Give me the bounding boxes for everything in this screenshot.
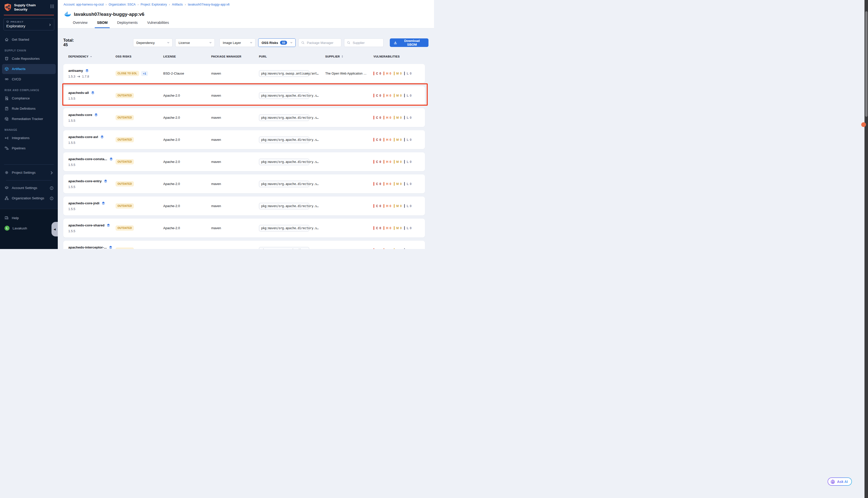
supplier-search[interactable] <box>344 38 384 47</box>
severity-bar <box>374 94 374 97</box>
severity-letter: L <box>406 94 409 97</box>
supplier-input[interactable] <box>352 41 381 45</box>
breadcrumb-separator: › <box>185 3 186 6</box>
breadcrumb-link[interactable]: Account: app-harness-ng-cicd <box>64 3 103 6</box>
severity-h: H0 <box>384 204 391 208</box>
breadcrumb-link[interactable]: Organization: SSCA <box>108 3 135 6</box>
table-row-apacheds-core-shared[interactable]: apacheds-core-shared1.5.5OUTDATEDApache-… <box>63 219 425 237</box>
table-row-apacheds-core-consta[interactable]: apacheds-core-consta...1.5.5OUTDATEDApac… <box>63 152 425 171</box>
download-icon <box>393 41 397 45</box>
severity-c: C0 <box>374 138 381 142</box>
severity-bar <box>384 248 384 249</box>
oss-risks-cell: OUTDATED <box>116 203 163 209</box>
dependency-version: 1.5.5 <box>68 119 116 122</box>
table-row-apacheds-core-avl[interactable]: apacheds-core-avl1.5.5OUTDATEDApache-2.0… <box>63 130 425 149</box>
sidebar-item-rule-definitions[interactable]: Rule Definitions <box>2 104 56 114</box>
sidebar-item-ci-cd[interactable]: CI/CD <box>2 74 56 84</box>
sidebar-item-code-repositories[interactable]: Code Repositories <box>2 54 56 64</box>
cube-icon <box>6 20 9 23</box>
severity-letter: C <box>376 72 378 75</box>
sidebar-item-artifacts[interactable]: Artifacts <box>2 64 56 74</box>
filter-license[interactable]: License <box>175 38 215 47</box>
severity-l: L0 <box>404 116 411 119</box>
supplier-cell: The Open Web Application … <box>325 72 374 75</box>
severity-letter: M <box>396 160 399 163</box>
oss-risks-cell: OUTDATED <box>116 248 163 249</box>
severity-bar <box>394 204 394 208</box>
purl-pill[interactable]: pkg:maven/org.apache.directory.s… <box>259 247 309 249</box>
download-sbom-button[interactable]: Download SBOM <box>390 38 428 47</box>
table-row-apacheds-interceptor[interactable]: apacheds-interceptor-...1.5.5OUTDATEDApa… <box>63 241 425 249</box>
severity-m: M0 <box>394 94 402 97</box>
tab-sbom[interactable]: SBOM <box>96 21 108 28</box>
purl-pill[interactable]: pkg:maven/org.apache.directory.s… <box>259 136 309 143</box>
purl-pill[interactable]: pkg:maven/org.apache.directory.s… <box>259 225 309 232</box>
severity-count: 0 <box>400 204 402 208</box>
user-menu[interactable]: L Lavakush <box>2 223 56 233</box>
filter-dependency[interactable]: Dependency <box>133 38 172 47</box>
version-current: 1.5.5 <box>68 141 75 145</box>
filter-label: Dependency <box>137 41 155 45</box>
column-header-license[interactable]: LICENSE <box>163 55 211 58</box>
breadcrumb-link[interactable]: Project: Exploratory <box>141 3 167 6</box>
package-manager-input[interactable] <box>307 41 339 45</box>
purl-pill[interactable]: pkg:maven/org.apache.directory.s… <box>259 159 309 165</box>
column-header-package-manager[interactable]: PACKAGE MANAGER <box>211 55 259 58</box>
column-header-vulnerabilities[interactable]: VULNERABILITIES <box>374 55 425 58</box>
project-label-row: PROJECT <box>6 20 51 23</box>
purl-pill[interactable]: pkg:maven/org.apache.directory.s… <box>259 92 309 99</box>
sidebar-item-compliance[interactable]: Compliance <box>2 93 56 103</box>
table-row-apacheds-all[interactable]: apacheds-all1.5.5OUTDATEDApache-2.0maven… <box>63 86 425 105</box>
severity-letter: H <box>386 116 388 119</box>
column-header-supplier[interactable]: SUPPLIER <box>325 55 374 58</box>
purl-pill[interactable]: pkg:maven/org.apache.directory.s… <box>259 181 309 187</box>
oss-risks-cell: OUTDATED <box>116 137 163 142</box>
sidebar-item-account-settings[interactable]: Account Settings <box>2 183 56 193</box>
dependency-name-row: apacheds-all <box>68 91 116 95</box>
dependency-name: antisamy <box>68 69 83 73</box>
project-selector[interactable]: PROJECT Exploratory <box>3 18 54 30</box>
table-row-apacheds-core-jndi[interactable]: apacheds-core-jndi1.5.5OUTDATEDApache-2.… <box>63 197 425 215</box>
filter-oss-risks[interactable]: OSS Risks03 <box>258 38 295 47</box>
purl-cell: pkg:maven/org.apache.directory.s… <box>259 247 325 249</box>
sidebar-collapse-handle[interactable]: ◀ <box>51 222 58 236</box>
column-header-purl[interactable]: PURL <box>259 55 325 58</box>
sidebar-item-project-settings[interactable]: Project Settings <box>2 168 56 178</box>
sidebar-settings: Project SettingsAccount SettingsOrganiza… <box>0 168 58 203</box>
table-row-antisamy[interactable]: antisamy1.5.31.7.8CLOSE TO EOL+1BSD-2-Cl… <box>63 64 425 83</box>
sidebar-item-integrations[interactable]: Integrations <box>2 133 56 143</box>
severity-bar <box>374 182 374 186</box>
breadcrumb-link[interactable]: Artifacts <box>172 3 183 6</box>
sidebar-item-get-started[interactable]: Get Started <box>2 35 56 45</box>
purl-pill[interactable]: pkg:maven/org.apache.directory.s… <box>259 115 309 121</box>
severity-bar <box>394 116 394 119</box>
purl-pill[interactable]: pkg:maven/org.owasp.antisamy/ant… <box>259 70 309 77</box>
upgrade-arrow-icon <box>77 75 80 78</box>
app-grid-icon[interactable] <box>50 4 54 9</box>
dependency-version: 1.5.5 <box>68 97 116 101</box>
help-button[interactable]: ? Help <box>2 213 56 223</box>
severity-bar <box>374 248 374 249</box>
severity-count: 0 <box>410 182 412 186</box>
column-header-dependency[interactable]: DEPENDENCY <box>68 55 116 58</box>
version-current: 1.5.5 <box>68 163 75 167</box>
purl-pill[interactable]: pkg:maven/org.apache.directory.s… <box>259 203 309 209</box>
sidebar-item-organization-settings[interactable]: Organization Settings <box>2 193 56 203</box>
sidebar-item-pipelines[interactable]: Pipelines <box>2 143 56 153</box>
tab-deployments[interactable]: Deployments <box>116 21 138 28</box>
tab-overview[interactable]: Overview <box>72 21 88 28</box>
severity-bar <box>384 182 384 186</box>
oss-risks-cell: OUTDATED <box>116 181 163 186</box>
stack-icon <box>102 201 105 205</box>
filter-image-layer[interactable]: Image Layer <box>220 38 256 47</box>
table-row-apacheds-core[interactable]: apacheds-core1.5.5OUTDATEDApache-2.0mave… <box>63 108 425 127</box>
severity-bar <box>404 204 405 208</box>
table-row-apacheds-core-entry[interactable]: apacheds-core-entry1.5.5OUTDATEDApache-2… <box>63 174 425 193</box>
tab-vulnerabilities[interactable]: Vulnerabilities <box>146 21 170 28</box>
sidebar-item-remediation-tracker[interactable]: Remediation Tracker <box>2 114 56 124</box>
dependency-cell: apacheds-all1.5.5 <box>68 91 116 101</box>
package-manager-search[interactable] <box>298 38 341 47</box>
column-header-oss-risks[interactable]: OSS RISKS <box>116 55 163 58</box>
sidebar-item-label: CI/CD <box>12 77 21 81</box>
breadcrumb-link[interactable]: lavakush07/easy-buggy-app:v6 <box>188 3 230 6</box>
